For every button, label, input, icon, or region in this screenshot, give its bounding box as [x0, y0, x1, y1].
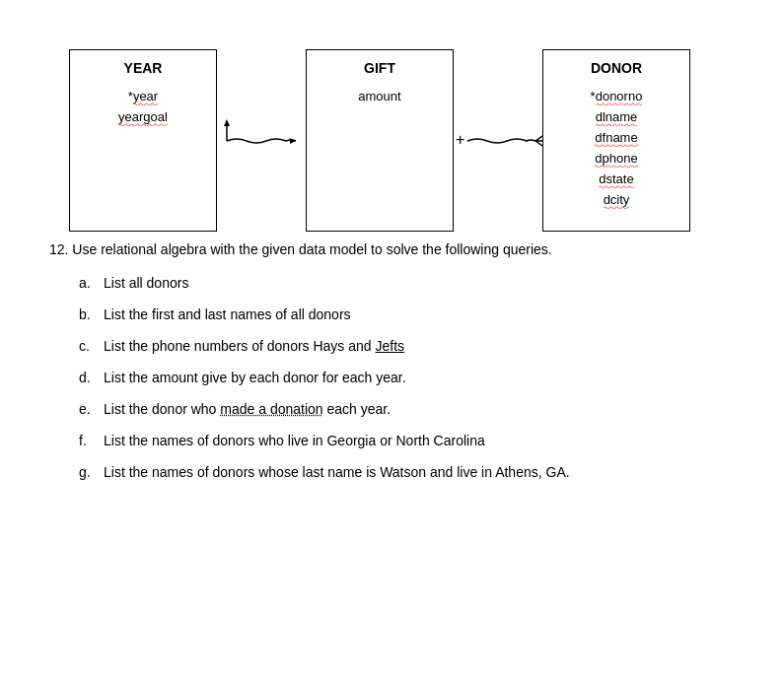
sub-question-e: e. List the donor who made a donation ea… [49, 401, 745, 417]
text-e: List the donor who made a donation each … [104, 401, 391, 417]
svg-marker-1 [224, 119, 230, 126]
gift-title: GIFT [364, 60, 395, 76]
label-g: g. [79, 464, 104, 480]
question-intro: 12. Use relational algebra with the give… [49, 241, 745, 257]
year-entity-box: YEAR *year yeargoal [69, 49, 217, 232]
gift-entity-box: GIFT amount [306, 49, 454, 232]
dstate-wavy: dstate [599, 171, 633, 186]
connector-svg-1 [217, 111, 306, 170]
text-b: List the first and last names of all don… [104, 306, 351, 322]
sub-question-b: b. List the first and last names of all … [49, 306, 745, 322]
er-diagram: YEAR *year yeargoal GIFT amount + [69, 49, 745, 232]
connector-svg-2: + [454, 111, 542, 170]
jefts-underline: Jefts [376, 338, 405, 354]
label-a: a. [79, 275, 104, 291]
donor-attr-donorno: *donorno [591, 89, 643, 103]
sub-question-f: f. List the names of donors who live in … [49, 433, 745, 448]
text-f: List the names of donors who live in Geo… [104, 433, 485, 448]
gift-attr-amount: amount [358, 89, 400, 103]
dlname-wavy: dlname [596, 109, 638, 124]
text-c: List the phone numbers of donors Hays an… [104, 338, 404, 354]
connector-gift-donor: + [454, 111, 542, 170]
dcity-wavy: dcity [604, 192, 630, 207]
year-title: YEAR [124, 60, 163, 76]
yeargoal-wavy: yeargoal [118, 109, 168, 124]
label-d: d. [79, 370, 104, 385]
text-g: List the names of donors whose last name… [104, 464, 570, 480]
dphone-wavy: dphone [595, 151, 637, 166]
svg-marker-2 [290, 138, 296, 144]
questions-section: 12. Use relational algebra with the give… [39, 241, 745, 480]
connector-year-gift [217, 111, 306, 170]
label-c: c. [79, 338, 104, 354]
donor-attr-dfname: dfname [595, 130, 637, 145]
donor-attr-dlname: dlname [596, 109, 638, 124]
donor-entity-box: DONOR *donorno dlname dfname dphone dsta… [542, 49, 690, 232]
dfname-wavy: dfname [595, 130, 637, 145]
sub-question-a: a. List all donors [49, 275, 745, 291]
year-attr-yeargoal: yeargoal [118, 109, 168, 124]
donorno-wavy: donorno [596, 89, 643, 103]
text-a: List all donors [104, 275, 188, 291]
sub-question-d: d. List the amount give by each donor fo… [49, 370, 745, 385]
text-d: List the amount give by each donor for e… [104, 370, 406, 385]
label-e: e. [79, 401, 104, 417]
made-donation-underline: made a donation [220, 401, 322, 417]
donor-attr-dphone: dphone [595, 151, 637, 166]
donor-attr-dstate: dstate [599, 171, 633, 186]
year-wavy: year [133, 89, 158, 103]
sub-question-c: c. List the phone numbers of donors Hays… [49, 338, 745, 354]
label-b: b. [79, 306, 104, 322]
sub-question-g: g. List the names of donors whose last n… [49, 464, 745, 480]
year-attr-year: *year [128, 89, 158, 103]
donor-title: DONOR [591, 60, 642, 76]
svg-text:+: + [456, 131, 464, 148]
donor-attr-dcity: dcity [604, 192, 630, 207]
label-f: f. [79, 433, 104, 448]
